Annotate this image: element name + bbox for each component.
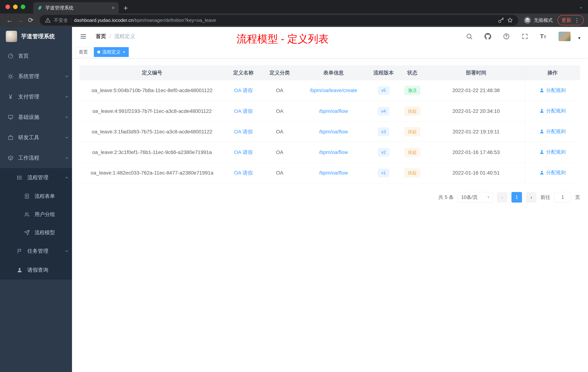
definition-category: OA xyxy=(276,88,283,93)
col-form-info: 表单信息 xyxy=(297,65,370,80)
app-header: 首页 / 流程定义 TT ▾ xyxy=(72,27,588,46)
address-bar[interactable]: 不安全 dashboard.yudao.iocoder.cn/bpm/manag… xyxy=(40,15,518,25)
definition-name-link[interactable]: OA 请假 xyxy=(234,149,253,155)
tag-home[interactable]: 首页 xyxy=(75,47,91,57)
window-zoom-button[interactable] xyxy=(21,5,25,9)
col-definition-id: 定义编号 xyxy=(79,65,225,80)
definition-name-link[interactable]: OA 请假 xyxy=(234,88,253,93)
font-size-icon[interactable]: TT xyxy=(540,33,546,40)
breadcrumb-home[interactable]: 首页 xyxy=(96,33,106,40)
status-badge: 挂起 xyxy=(405,107,420,116)
assign-rule-label: 分配规则 xyxy=(546,87,566,94)
tag-process-definition[interactable]: 流程定义 × xyxy=(94,47,129,57)
form-info-link[interactable]: /bpm/oa/flow xyxy=(319,170,348,176)
chrome-update-button[interactable]: 更新 ⋮ xyxy=(557,15,584,25)
search-icon[interactable] xyxy=(466,33,473,40)
sidebar-item-label: 系统管理 xyxy=(18,73,39,80)
definition-name-link[interactable]: OA 请假 xyxy=(234,170,253,176)
table-row: oa_leave:1:482ec033-762a-11ec-8477-a2380… xyxy=(79,163,580,183)
browser-menu-icon[interactable]: ⋮ xyxy=(574,17,580,23)
sidebar-item-process-management[interactable]: 流程管理 xyxy=(0,168,72,187)
browser-tab-strip: 芋道管理系统 × + ⌄ xyxy=(0,0,588,13)
deploy-time: 2022-01-22 20:34:10 xyxy=(452,108,500,114)
sidebar-item-home[interactable]: 首页 xyxy=(0,46,72,66)
form-info-link[interactable]: /bpm/oa/flow xyxy=(319,129,348,134)
sidebar-item-task-management[interactable]: 任务管理 xyxy=(0,242,72,261)
form-info-link[interactable]: /bpm/oa/flow xyxy=(319,108,348,114)
definition-id: oa_leave:4:991f2193-7b7f-11ec-a3c8-acde4… xyxy=(92,108,212,114)
sidebar-item-label: 首页 xyxy=(18,52,29,60)
form-info-link[interactable]: /bpm/oa/flow xyxy=(319,149,348,155)
sidebar-item-payment[interactable]: 支付管理 xyxy=(0,87,72,107)
sidebar-item-system[interactable]: 系统管理 xyxy=(0,66,72,87)
user-avatar[interactable] xyxy=(558,32,571,41)
definition-table: 定义编号 定义名称 定义分类 表单信息 流程版本 状态 部署时间 操作 oa_l… xyxy=(79,65,580,183)
table-row: oa_leave:3:1fad3d93-7b75-11ec-a3c8-acde4… xyxy=(79,121,580,142)
back-button[interactable]: ← xyxy=(4,15,15,25)
assign-rule-link[interactable]: 分配规则 xyxy=(539,108,566,114)
avatar-caret-icon[interactable]: ▾ xyxy=(578,35,580,41)
sidebar-item-leave-query[interactable]: 请假查询 xyxy=(0,261,72,280)
paper-plane-icon xyxy=(24,230,30,236)
col-actions: 操作 xyxy=(525,65,580,80)
definition-id: oa_leave:3:1fad3d93-7b75-11ec-a3c8-acde4… xyxy=(92,129,212,134)
tab-search-icon[interactable]: ⌄ xyxy=(579,4,583,10)
sidebar-item-devtools[interactable]: 研发工具 xyxy=(0,127,72,148)
next-page-button[interactable]: › xyxy=(526,192,536,203)
col-status: 状态 xyxy=(397,65,427,80)
browser-tab[interactable]: 芋道管理系统 × xyxy=(33,2,119,13)
forward-button[interactable]: → xyxy=(15,15,25,25)
page-1-button[interactable]: 1 xyxy=(512,192,522,203)
sidebar-item-label: 用户分组 xyxy=(34,211,55,218)
sidebar-item-process-form[interactable]: 流程表单 xyxy=(0,187,72,205)
table-body: oa_leave:5:004b710b-7b8a-11ec-8ef0-acde4… xyxy=(79,80,580,183)
chevron-up-icon xyxy=(64,156,69,160)
assign-rule-link[interactable]: 分配规则 xyxy=(539,87,566,94)
url-host: dashboard.yudao.iocoder.cn xyxy=(74,17,134,23)
github-icon[interactable] xyxy=(484,33,491,40)
page-unit-label: 页 xyxy=(575,194,580,201)
goto-page-input[interactable] xyxy=(554,192,571,203)
sidebar-item-user-group[interactable]: 用户分组 xyxy=(0,205,72,223)
col-deploy-time: 部署时间 xyxy=(427,65,525,80)
new-tab-button[interactable]: + xyxy=(124,4,128,12)
assign-rule-link[interactable]: 分配规则 xyxy=(539,128,566,135)
app-logo: 芋道管理系统 xyxy=(0,27,72,46)
sidebar-item-process-model[interactable]: 流程模型 xyxy=(0,223,72,242)
definition-name-link[interactable]: OA 请假 xyxy=(234,129,253,134)
table-row: oa_leave:2:3c1f0ef1-76b1-11ec-9c66-a2380… xyxy=(79,142,580,163)
assign-rule-link[interactable]: 分配规则 xyxy=(539,149,566,155)
chevron-down-icon xyxy=(64,249,69,253)
chevron-up-icon xyxy=(64,175,69,180)
page-size-select[interactable]: 10条/页 ▾ xyxy=(458,192,493,203)
sidebar-item-label: 任务管理 xyxy=(27,248,48,255)
tag-close-icon[interactable]: × xyxy=(123,50,125,55)
sidebar-item-infrastructure[interactable]: 基础设施 xyxy=(0,107,72,127)
update-label: 更新 xyxy=(561,17,571,23)
form-info-link[interactable]: /bpm/oa/leave/create xyxy=(310,88,357,93)
table-header-row: 定义编号 定义名称 定义分类 表单信息 流程版本 状态 部署时间 操作 xyxy=(79,65,580,80)
window-minimize-button[interactable] xyxy=(13,5,18,9)
warning-icon xyxy=(45,17,51,23)
sidebar-item-workflow[interactable]: 工作流程 xyxy=(0,148,72,168)
password-key-icon[interactable] xyxy=(498,17,504,23)
definition-category: OA xyxy=(276,129,283,134)
definition-name-link[interactable]: OA 请假 xyxy=(234,108,253,114)
fullscreen-icon[interactable] xyxy=(521,33,528,40)
version-badge: v4 xyxy=(378,107,389,115)
definition-category: OA xyxy=(276,108,283,114)
sidebar-toggle-icon[interactable] xyxy=(80,33,87,40)
help-icon[interactable] xyxy=(503,33,510,40)
definition-id: oa_leave:1:482ec033-762a-11ec-8477-a2380… xyxy=(91,170,213,176)
tab-close-icon[interactable]: × xyxy=(111,5,115,11)
breadcrumb-current: 流程定义 xyxy=(114,33,135,40)
monitor-icon xyxy=(8,114,13,120)
status-badge: 激活 xyxy=(405,86,420,95)
tags-view-bar: 首页 流程定义 × xyxy=(72,46,588,58)
bookmark-star-icon[interactable] xyxy=(507,17,513,23)
col-definition-category: 定义分类 xyxy=(262,65,297,80)
assign-rule-link[interactable]: 分配规则 xyxy=(539,169,566,176)
window-close-button[interactable] xyxy=(5,5,10,9)
reload-button[interactable]: ⟳ xyxy=(25,15,36,25)
prev-page-button[interactable]: ‹ xyxy=(497,192,507,203)
